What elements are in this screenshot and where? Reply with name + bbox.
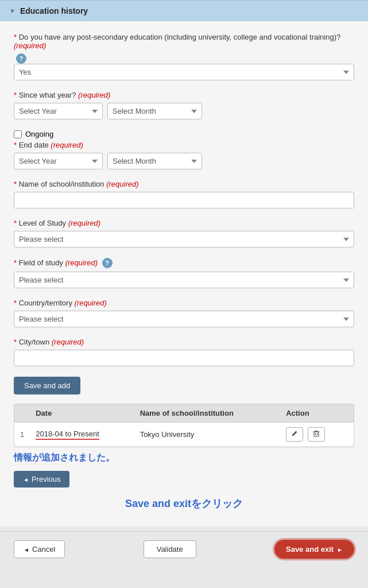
delete-button[interactable] [308, 427, 325, 442]
since-year-required: (required) [78, 91, 110, 99]
svg-rect-0 [314, 432, 319, 436]
ongoing-label: Ongoing [25, 130, 53, 138]
col-num [14, 404, 30, 423]
success-message: 情報が追加されました。 [14, 452, 354, 464]
school-name-label: * Name of school/institution (required) [14, 180, 354, 188]
field-study-select[interactable]: Please select [14, 272, 354, 288]
city-label: * City/town (required) [14, 338, 354, 346]
level-study-required: (required) [68, 219, 100, 227]
since-year-label: * Since what year? (required) [14, 91, 354, 99]
since-month-select[interactable]: Select Month [107, 103, 202, 119]
post-secondary-select[interactable]: Yes [14, 64, 354, 80]
page-container: ▼ Education history * Do you have any po… [0, 0, 368, 567]
level-study-select[interactable]: Please select [14, 231, 354, 247]
row-actions [280, 423, 354, 447]
end-date-text: End date [19, 141, 49, 149]
level-study-label: * Level of Study (required) [14, 219, 354, 227]
required-star-3: * [14, 141, 17, 149]
field-study-label: * Field of study (required) ? [14, 258, 354, 268]
required-star-7: * [14, 299, 17, 307]
action-cell [286, 427, 348, 442]
school-name-input[interactable] [14, 192, 354, 208]
table-row: 1 2018-04 to Present Tokyo University [14, 423, 354, 447]
table-header-row: Date Name of school/institution Action [14, 404, 354, 423]
row-date: 2018-04 to Present [30, 423, 134, 447]
country-required: (required) [75, 299, 107, 307]
city-required: (required) [52, 338, 84, 346]
country-select[interactable]: Please select [14, 311, 354, 327]
end-month-select[interactable]: Select Month [107, 153, 202, 169]
post-secondary-required: (required) [14, 41, 46, 50]
city-text: City/town [19, 338, 49, 346]
save-exit-button[interactable]: Save and exit [274, 540, 354, 559]
school-name-text: Name of school/institution [19, 180, 104, 188]
required-star-4: * [14, 180, 17, 188]
country-group: * Country/territory (required) Please se… [14, 299, 354, 327]
edit-button[interactable] [286, 427, 303, 442]
since-year-text: Since what year? [19, 91, 76, 99]
required-star-5: * [14, 219, 17, 227]
field-study-required: (required) [65, 258, 98, 267]
post-secondary-label: * Do you have any post-secondary educati… [14, 33, 354, 50]
cancel-label: Cancel [32, 545, 55, 554]
since-year-group: * Since what year? (required) Select Yea… [14, 91, 354, 119]
previous-button[interactable]: Previous [14, 471, 69, 488]
required-star-2: * [14, 91, 17, 99]
required-star: * [14, 33, 17, 41]
save-exit-arrow-icon [337, 545, 343, 554]
col-action: Action [280, 404, 354, 423]
level-study-group: * Level of Study (required) Please selec… [14, 219, 354, 247]
row-school: Tokyo University [134, 423, 281, 447]
col-date: Date [30, 404, 134, 423]
since-date-row: Select Year Select Month [14, 103, 354, 119]
education-table-container: Date Name of school/institution Action 1… [14, 404, 354, 447]
school-name-required: (required) [106, 180, 138, 188]
previous-arrow-icon [23, 475, 29, 483]
save-exit-label: Save and exit [286, 545, 334, 554]
bottom-bar: Cancel Validate Save and exit [0, 531, 368, 567]
save-add-button[interactable]: Save and add [14, 377, 80, 394]
required-star-6: * [14, 258, 17, 267]
field-study-help-icon[interactable]: ? [102, 258, 113, 268]
end-date-group: * End date (required) Select Year Select… [14, 141, 354, 169]
col-school: Name of school/institution [134, 404, 281, 423]
validate-button[interactable]: Validate [144, 540, 196, 558]
cancel-button[interactable]: Cancel [14, 540, 65, 558]
field-study-group: * Field of study (required) ? Please sel… [14, 258, 354, 288]
country-label: * Country/territory (required) [14, 299, 354, 307]
city-group: * City/town (required) [14, 338, 354, 366]
school-name-group: * Name of school/institution (required) [14, 180, 354, 208]
field-study-text: Field of study [19, 258, 63, 267]
since-year-select[interactable]: Select Year [14, 103, 103, 119]
ongoing-checkbox[interactable] [14, 130, 22, 138]
required-star-8: * [14, 338, 17, 346]
post-secondary-help-icon[interactable]: ? [16, 53, 26, 64]
end-date-row: Select Year Select Month [14, 153, 354, 169]
section-title: Education history [20, 6, 88, 16]
level-study-text: Level of Study [19, 219, 66, 227]
previous-label: Previous [32, 475, 61, 483]
country-text: Country/territory [19, 299, 72, 307]
post-secondary-group: * Do you have any post-secondary educati… [14, 33, 354, 80]
ongoing-row: Ongoing [14, 130, 354, 138]
section-collapse-icon[interactable]: ▼ [9, 7, 16, 14]
end-year-select[interactable]: Select Year [14, 153, 103, 169]
row-num: 1 [14, 423, 30, 447]
city-input[interactable] [14, 350, 354, 366]
date-value: 2018-04 to Present [36, 430, 99, 440]
post-secondary-question-text: Do you have any post-secondary education… [19, 33, 341, 41]
end-date-required: (required) [51, 141, 83, 149]
section-body: * Do you have any post-secondary educati… [0, 21, 368, 527]
notice-text: Save and exitをクリック [14, 497, 354, 510]
section-header: ▼ Education history [0, 0, 368, 21]
cancel-arrow-icon [24, 545, 29, 554]
education-table: Date Name of school/institution Action 1… [14, 404, 354, 447]
end-date-label: * End date (required) [14, 141, 354, 149]
